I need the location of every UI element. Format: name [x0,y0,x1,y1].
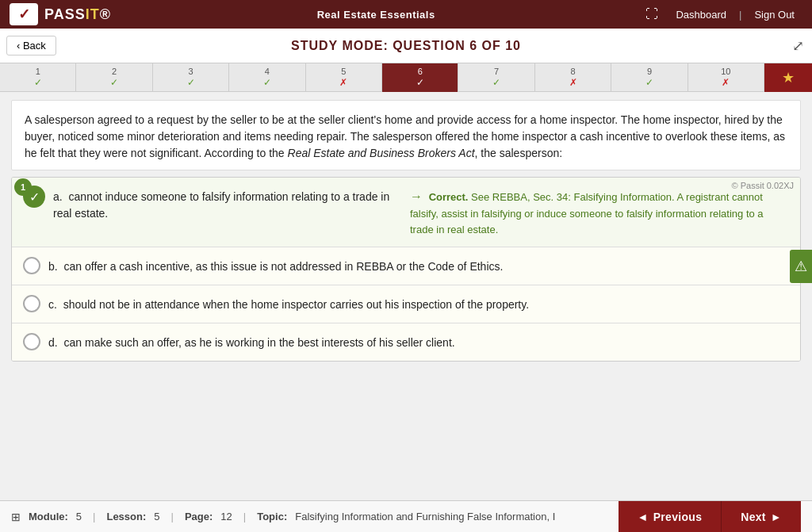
progress-item-2[interactable]: 2 ✓ [76,63,152,92]
option-c-text: c. should not be in attendance when the … [48,295,529,313]
study-mode-title: STUDY MODE: QUESTION 6 OF 10 [291,39,521,53]
option-b-text: b. can offer a cash incentive, as this i… [48,257,503,275]
footer-info: ⊞ Module: 5 | Lesson: 5 | Page: 12 | Top… [11,511,619,523]
fullscreen-icon[interactable]: ⛶ [641,6,663,23]
progress-item-3[interactable]: 3 ✓ [153,63,229,92]
star-button[interactable]: ★ [764,63,812,92]
question-number-badge: 1 [14,178,32,196]
study-mode-bar: ‹ Back STUDY MODE: QUESTION 6 OF 10 ⤢ [0,29,812,63]
option-d-row[interactable]: d. can make such an offer, as he is work… [12,323,800,361]
progress-item-9[interactable]: 9 ✓ [611,63,688,92]
module-value: 5 [76,511,82,522]
arrow-icon: → [410,189,423,203]
previous-arrow-icon: ◄ [638,511,649,523]
course-title: Real Estate Essentials [317,9,435,21]
question-text-italic: Real Estate and Business Brokers Act [288,147,475,159]
footer-home-icon: ⊞ [11,511,21,523]
progress-item-7[interactable]: 7 ✓ [458,63,534,92]
progress-bar: 1 ✓ 2 ✓ 3 ✓ 4 ✓ 5 ✗ 6 ✓ 7 ✓ 8 ✗ 9 ✓ 10 ✗… [0,63,812,92]
progress-item-8[interactable]: 8 ✗ [535,63,611,92]
logo-checkmark: ✓ [18,6,30,23]
progress-item-1[interactable]: 1 ✓ [0,63,76,92]
progress-item-6[interactable]: 6 ✓ [382,63,458,92]
progress-item-10[interactable]: 10 ✗ [688,63,764,92]
option-a-row[interactable]: © Passit 0.02XJ 1 ✓ a. cannot induce som… [12,178,800,247]
back-button[interactable]: ‹ Back [6,36,56,55]
option-b-row[interactable]: b. can offer a cash incentive, as this i… [12,247,800,285]
dashboard-link[interactable]: Dashboard [668,6,734,24]
question-text: A salesperson agreed to a request by the… [11,100,801,170]
topic-label: Topic: [257,511,287,522]
star-icon: ★ [782,69,795,86]
next-button[interactable]: Next ► [722,501,801,533]
page-value: 12 [220,511,232,522]
logo-box: ✓ [10,3,38,25]
lesson-label: Lesson: [106,511,146,522]
warning-icon: ⚠ [795,258,807,275]
logo-area: ✓ PASSIT® [10,3,111,25]
option-a-explanation: → Correct. See REBBA, Sec. 34: Falsifyin… [402,187,789,237]
footer-nav: ◄ Previous Next ► [619,501,801,533]
passit-reference: © Passit 0.02XJ [732,181,794,190]
question-text-part2: , the salesperson: [475,147,563,159]
option-d-radio[interactable] [23,333,40,350]
options-container: © Passit 0.02XJ 1 ✓ a. cannot induce som… [11,177,801,362]
lesson-value: 5 [154,511,159,522]
page-label: Page: [185,511,213,522]
expand-button[interactable]: ⤢ [792,37,804,55]
topic-value: Falsifying Information and Furnishing Fa… [295,511,555,522]
header-nav: ⛶ Dashboard | Sign Out [641,6,802,24]
option-c-row[interactable]: c. should not be in attendance when the … [12,285,800,323]
option-d-text: d. can make such an offer, as he is work… [48,333,455,351]
next-arrow-icon: ► [771,511,782,523]
top-header: ✓ PASSIT® Real Estate Essentials ⛶ Dashb… [0,0,812,29]
option-a-text: a. cannot induce someone to falsify info… [53,187,402,222]
logo-text: PASSIT® [44,6,111,23]
option-b-radio[interactable] [23,257,40,274]
progress-item-4[interactable]: 4 ✓ [229,63,305,92]
previous-button[interactable]: ◄ Previous [619,501,722,533]
footer: ⊞ Module: 5 | Lesson: 5 | Page: 12 | Top… [0,500,812,532]
progress-item-5[interactable]: 5 ✗ [306,63,382,92]
option-c-radio[interactable] [23,295,40,312]
warning-side-button[interactable]: ⚠ [790,250,812,283]
module-label: Module: [29,511,68,522]
signout-link[interactable]: Sign Out [746,6,802,24]
